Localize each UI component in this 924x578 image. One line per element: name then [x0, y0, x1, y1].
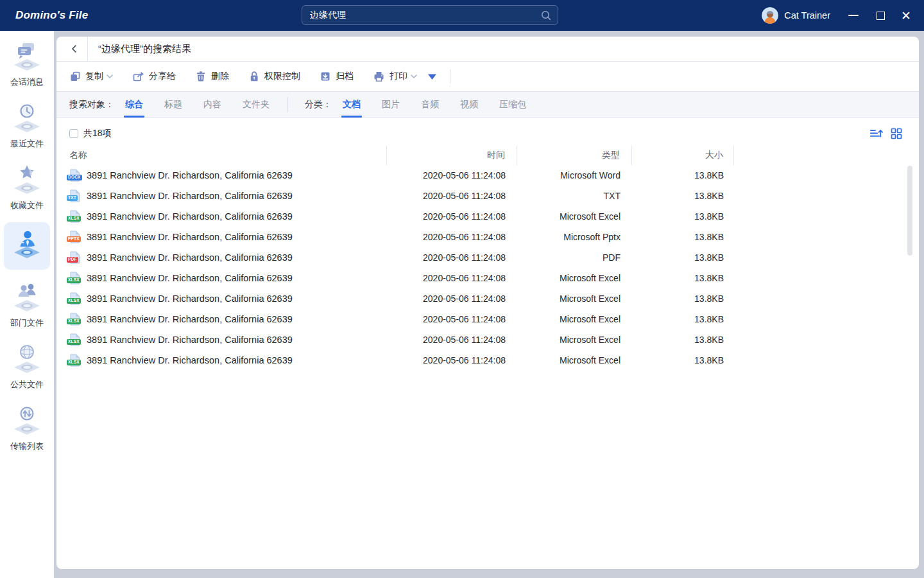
- divider: [87, 37, 88, 62]
- sidebar-item-transfer-list[interactable]: 传输列表: [4, 401, 50, 455]
- table-row[interactable]: XLSX 3891 Ranchview Dr. Richardson, Cali…: [69, 309, 919, 329]
- toolbar: 复制 分享给 删除 权限控制 归档 打印: [56, 62, 919, 92]
- lock-icon: [248, 71, 260, 82]
- file-type: Microsoft Excel: [517, 329, 632, 350]
- sidebar-item-public-files[interactable]: 公共文件: [4, 340, 50, 393]
- permission-button[interactable]: 权限控制: [248, 71, 300, 82]
- sidebar-item-label: 传输列表: [10, 441, 44, 452]
- recent-files-icon: [12, 103, 42, 137]
- magnifier-icon[interactable]: [541, 10, 551, 21]
- category-option-image[interactable]: 图片: [382, 92, 400, 118]
- file-type-icon: XLSX: [69, 313, 80, 326]
- file-size: 13.8KB: [632, 186, 734, 206]
- sidebar-item-label: 收藏文件: [10, 200, 44, 211]
- table-row[interactable]: TXT 3891 Ranchview Dr. Richardson, Calif…: [69, 186, 919, 206]
- file-size: 13.8KB: [632, 165, 734, 186]
- file-size: 13.8KB: [632, 247, 734, 268]
- file-name: 3891 Ranchview Dr. Richardson, Californi…: [87, 252, 293, 263]
- sidebar-item-chat-messages[interactable]: 会话消息: [4, 37, 50, 91]
- category-option-audio[interactable]: 音频: [421, 92, 439, 118]
- file-type-icon: XLSX: [69, 292, 80, 305]
- chevron-down-icon: [107, 74, 113, 79]
- copy-button[interactable]: 复制: [69, 71, 113, 82]
- my-files-icon: [12, 229, 42, 263]
- triangle-down-icon[interactable]: [427, 73, 437, 80]
- file-time: 2020-05-06 11:24:08: [387, 165, 517, 186]
- file-time: 2020-05-06 11:24:08: [387, 309, 517, 329]
- category-option-video[interactable]: 视频: [460, 92, 478, 118]
- file-size: 13.8KB: [632, 288, 734, 309]
- print-button[interactable]: 打印: [373, 71, 417, 82]
- share-icon: [132, 71, 144, 82]
- user-avatar[interactable]: [762, 7, 778, 24]
- file-ext-badge: XLSX: [67, 277, 81, 284]
- file-ext-badge: TXT: [67, 195, 78, 202]
- file-type: Microsoft Excel: [517, 309, 632, 329]
- copy-icon: [69, 71, 81, 82]
- sidebar-item-my-files[interactable]: [4, 222, 50, 270]
- maximize-icon[interactable]: [871, 6, 889, 24]
- scope-option-content[interactable]: 内容: [203, 92, 221, 118]
- category-option-document[interactable]: 文档: [343, 92, 361, 118]
- file-type-icon: XLSX: [69, 354, 80, 367]
- delete-button[interactable]: 删除: [195, 71, 229, 82]
- file-name: 3891 Ranchview Dr. Richardson, Californi…: [87, 273, 293, 283]
- scope-option-folder[interactable]: 文件夹: [243, 92, 270, 118]
- sidebar-item-label: 会话消息: [10, 76, 44, 88]
- category-option-archive[interactable]: 压缩包: [499, 92, 526, 118]
- scope-option-all[interactable]: 综合: [125, 92, 143, 118]
- file-time: 2020-05-06 11:24:08: [387, 247, 517, 268]
- sidebar: 会话消息 最近文件 收藏文件 部门文件 公共文件 传输列表: [0, 31, 54, 578]
- item-count: 共18项: [83, 128, 112, 139]
- table-row[interactable]: XLSX 3891 Ranchview Dr. Richardson, Cali…: [69, 329, 919, 350]
- table-row[interactable]: XLSX 3891 Ranchview Dr. Richardson, Cali…: [69, 206, 919, 227]
- column-header-time: 时间: [387, 146, 517, 165]
- file-ext-badge: XLSX: [67, 339, 81, 346]
- minimize-icon[interactable]: [844, 6, 862, 24]
- table-row[interactable]: XLSX 3891 Ranchview Dr. Richardson, Cali…: [69, 268, 919, 288]
- file-size: 13.8KB: [632, 227, 734, 247]
- table-row[interactable]: DOCX 3891 Ranchview Dr. Richardson, Cali…: [69, 165, 919, 186]
- file-table: 名称 时间 类型 大小 DOCX 3891 Ranchview Dr. Rich…: [56, 146, 919, 371]
- back-button[interactable]: [67, 41, 81, 57]
- file-type-icon: PPTX: [69, 231, 80, 243]
- table-row[interactable]: XLSX 3891 Ranchview Dr. Richardson, Cali…: [69, 288, 919, 309]
- sidebar-item-recent-files[interactable]: 最近文件: [4, 99, 50, 152]
- search-input[interactable]: [310, 10, 541, 21]
- file-size: 13.8KB: [632, 206, 734, 227]
- sidebar-item-starred-files[interactable]: 收藏文件: [4, 161, 50, 214]
- starred-files-icon: [12, 164, 42, 199]
- file-type: Microsoft Excel: [517, 350, 632, 371]
- list-summary-row: 共18项: [56, 123, 919, 144]
- archive-icon: [320, 71, 331, 82]
- vertical-scrollbar[interactable]: [907, 166, 912, 256]
- sort-asc-icon[interactable]: [869, 128, 883, 139]
- file-time: 2020-05-06 11:24:08: [387, 288, 517, 309]
- share-button[interactable]: 分享给: [132, 71, 176, 82]
- grid-view-icon[interactable]: [891, 128, 902, 139]
- file-type: PDF: [517, 247, 632, 268]
- file-time: 2020-05-06 11:24:08: [387, 227, 517, 247]
- global-search[interactable]: [302, 5, 558, 25]
- main-panel: “边缘代理”的搜索结果 复制 分享给 删除 权限控制 归档 打印: [56, 37, 919, 569]
- select-all-checkbox[interactable]: [69, 129, 78, 138]
- column-header-size: 大小: [632, 146, 734, 165]
- table-row[interactable]: XLSX 3891 Ranchview Dr. Richardson, Cali…: [69, 350, 919, 371]
- scope-option-title[interactable]: 标题: [164, 92, 182, 118]
- close-icon[interactable]: ✕: [897, 6, 915, 24]
- column-header-name: 名称: [69, 146, 387, 165]
- file-name: 3891 Ranchview Dr. Richardson, Californi…: [87, 293, 293, 304]
- table-row[interactable]: PDF 3891 Ranchview Dr. Richardson, Calif…: [69, 247, 919, 268]
- archive-button[interactable]: 归档: [320, 71, 354, 82]
- file-ext-badge: XLSX: [67, 360, 81, 366]
- file-ext-badge: XLSX: [67, 298, 81, 304]
- file-type-icon: TXT: [69, 189, 80, 202]
- file-type-icon: XLSX: [69, 272, 80, 285]
- sidebar-item-department-files[interactable]: 部门文件: [4, 278, 50, 331]
- table-row[interactable]: PPTX 3891 Ranchview Dr. Richardson, Cali…: [69, 227, 919, 247]
- divider: [450, 69, 450, 83]
- file-ext-badge: DOCX: [67, 175, 82, 181]
- file-name: 3891 Ranchview Dr. Richardson, Californi…: [87, 355, 293, 365]
- page-header: “边缘代理”的搜索结果: [56, 37, 919, 62]
- transfer-list-icon: [12, 405, 42, 440]
